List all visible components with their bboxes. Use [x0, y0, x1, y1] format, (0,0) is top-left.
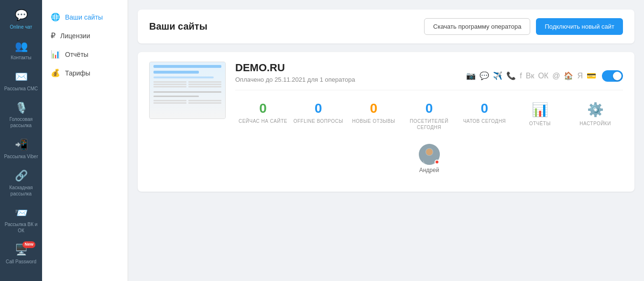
stat-settings-link[interactable]: ⚙️ НАСТРОЙКИ: [568, 98, 623, 130]
sidebar-item-label: Online чат: [10, 24, 33, 30]
svg-point-3: [426, 149, 433, 155]
sidebar-item-vkok[interactable]: 📨 Рассылка ВК и ОК: [0, 202, 42, 239]
stat-online-now[interactable]: 0 СЕЙЧАС НА САЙТЕ: [235, 98, 291, 128]
stat-offline-questions[interactable]: 0 OFFLINE ВОПРОСЫ: [291, 98, 346, 128]
social-icons-row: 📷 💬 ✈️ 📞 f Вк ОК @ 🏠 Я 💳: [466, 71, 596, 80]
settings-gear-icon: ⚙️: [587, 102, 604, 118]
site-info: DEMO.RU Оплачено до 25.11.2021 для 1 опе…: [235, 62, 623, 173]
globe-icon: 🌐: [51, 12, 60, 22]
svg-point-4: [424, 156, 435, 165]
header-actions: Скачать программу оператора Подключить н…: [424, 18, 623, 35]
facebook-icon[interactable]: f: [520, 72, 522, 80]
secondary-nav-tariffs[interactable]: 💰 Тарифы: [42, 64, 128, 82]
instagram-icon[interactable]: 📷: [466, 71, 476, 80]
secondary-nav-label: Отчёты: [65, 51, 88, 58]
site-card: DEMO.RU Оплачено до 25.11.2021 для 1 опе…: [138, 52, 634, 192]
site-toggle[interactable]: [602, 70, 623, 82]
operator-name: Андрей: [419, 167, 439, 173]
stat-label-offline: OFFLINE ВОПРОСЫ: [294, 118, 343, 124]
sidebar-item-label: Рассылка СМС: [4, 86, 38, 92]
site-card-header: DEMO.RU Оплачено до 25.11.2021 для 1 опе…: [149, 62, 623, 173]
voice-icon: 🎙️: [15, 101, 28, 115]
stat-label-visitors: ПОСЕТИТЕЛЕЙ СЕГОДНЯ: [404, 118, 455, 130]
stat-value-offline: 0: [315, 102, 322, 115]
main-sidebar: 💬 Online чат 👥 Контакты ✉️ Рассылка СМС …: [0, 0, 42, 281]
secondary-nav-your-sites[interactable]: 🌐 Ваши сайты: [42, 8, 128, 26]
page-header: Ваши сайты Скачать программу оператора П…: [138, 10, 634, 43]
main-content: Ваши сайты Скачать программу оператора П…: [128, 0, 644, 281]
sidebar-item-label: Call Password: [6, 259, 36, 265]
reports-nav-icon: 📊: [51, 50, 60, 59]
sms-icon: ✉️: [15, 70, 28, 84]
ruble-icon: ₽: [51, 31, 55, 40]
site-paid-text: Оплачено до 25.11.2021 для 1 оператора: [235, 76, 355, 83]
site-preview-thumbnail: [149, 62, 226, 119]
vkok-icon: 📨: [15, 206, 28, 220]
secondary-nav-label: Ваши сайты: [65, 13, 103, 21]
phone-icon[interactable]: 📞: [506, 71, 516, 80]
stat-visitors-today[interactable]: 0 ПОСЕТИТЕЛЕЙ СЕГОДНЯ: [402, 98, 457, 134]
stat-value-online: 0: [259, 102, 267, 115]
sidebar-item-label: Контакты: [11, 54, 31, 61]
stat-label-online: СЕЙЧАС НА САЙТЕ: [239, 118, 287, 124]
site-link-icon[interactable]: 🏠: [564, 71, 573, 80]
new-badge: New: [22, 241, 35, 248]
stat-new-reviews[interactable]: 0 НОВЫЕ ОТЗЫВЫ: [346, 98, 402, 128]
sidebar-item-cascade[interactable]: 🔗 Каскадная рассылка: [0, 164, 42, 202]
stat-label-reviews: НОВЫЕ ОТЗЫВЫ: [352, 118, 395, 124]
stat-label-chats: ЧАТОВ СЕГОДНЯ: [463, 118, 506, 124]
stat-label-reports: ОТЧЁТЫ: [529, 120, 551, 127]
sidebar-item-online-chat[interactable]: 💬 Online чат: [0, 4, 42, 35]
stat-value-reviews: 0: [370, 102, 378, 115]
stat-value-visitors: 0: [426, 102, 433, 115]
reports-chart-icon: 📊: [532, 102, 548, 118]
operator-andrey[interactable]: Андрей: [419, 144, 440, 173]
sidebar-item-label: Рассылка ВК и ОК: [2, 221, 40, 234]
stat-value-chats: 0: [481, 102, 489, 115]
sidebar-item-voice[interactable]: 🎙️ Голосовая рассылка: [0, 97, 42, 134]
sidebar-item-label: Голосовая рассылка: [2, 116, 40, 129]
viber-icon: 📲: [15, 138, 28, 152]
secondary-nav-label: Лицензии: [60, 32, 90, 40]
download-operator-button[interactable]: Скачать программу оператора: [424, 18, 530, 35]
site-name: DEMO.RU: [235, 62, 355, 74]
operators-row: Андрей: [235, 140, 623, 173]
secondary-nav-licenses[interactable]: ₽ Лицензии: [42, 26, 128, 45]
secondary-nav-label: Тарифы: [65, 69, 90, 77]
stats-row: 0 СЕЙЧАС НА САЙТЕ 0 OFFLINE ВОПРОСЫ 0 НО…: [235, 90, 623, 134]
cascade-icon: 🔗: [15, 169, 28, 183]
secondary-nav-reports[interactable]: 📊 Отчёты: [42, 45, 128, 64]
sidebar-item-viber[interactable]: 📲 Рассылка Viber: [0, 133, 42, 164]
sidebar-item-contacts[interactable]: 👥 Контакты: [0, 35, 42, 66]
sidebar-item-label: Рассылка Viber: [4, 153, 38, 160]
whatsapp-icon[interactable]: 💬: [480, 71, 489, 80]
telegram-icon[interactable]: ✈️: [493, 71, 502, 80]
connect-new-site-button[interactable]: Подключить новый сайт: [536, 18, 623, 35]
yandex-icon[interactable]: Я: [577, 72, 583, 80]
stat-chats-today[interactable]: 0 ЧАТОВ СЕГОДНЯ: [457, 98, 512, 128]
email-icon[interactable]: @: [552, 72, 560, 80]
stat-reports-link[interactable]: 📊 ОТЧЁТЫ: [512, 98, 568, 130]
tariff-icon: 💰: [51, 68, 60, 77]
sidebar-item-sms[interactable]: ✉️ Рассылка СМС: [0, 65, 42, 97]
operator-status-offline: [435, 160, 439, 164]
ok-icon[interactable]: ОК: [538, 72, 548, 80]
sidebar-item-call-password[interactable]: New 🖥️ Call Password: [0, 238, 42, 270]
site-info-top: DEMO.RU Оплачено до 25.11.2021 для 1 опе…: [235, 62, 623, 90]
sidebar-item-label: Каскадная рассылка: [2, 184, 40, 197]
secondary-sidebar: 🌐 Ваши сайты ₽ Лицензии 📊 Отчёты 💰 Тариф…: [42, 0, 128, 281]
card-icon[interactable]: 💳: [587, 71, 596, 80]
vk-icon[interactable]: Вк: [526, 72, 535, 80]
stat-label-settings: НАСТРОЙКИ: [579, 120, 611, 127]
operator-avatar-wrap: [419, 144, 440, 165]
contacts-icon: 👥: [15, 40, 28, 54]
chat-icon: 💬: [15, 9, 28, 22]
page-title: Ваши сайты: [149, 21, 207, 32]
